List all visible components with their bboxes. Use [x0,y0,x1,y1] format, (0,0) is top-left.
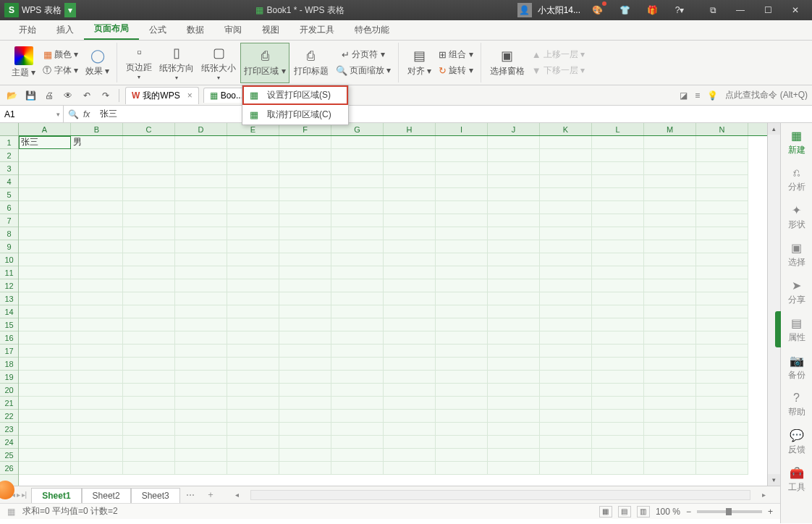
cell-N16[interactable] [696,331,748,345]
tab-review[interactable]: 审阅 [214,20,252,40]
cell-J17[interactable] [488,345,540,358]
cell-C13[interactable] [123,292,175,305]
side-prop[interactable]: ▤属性 [788,316,805,344]
cell-I3[interactable] [436,162,488,175]
cell-I16[interactable] [436,331,488,345]
side-backup[interactable]: 📷备份 [788,354,805,381]
cell-A24[interactable] [19,436,71,449]
cell-A25[interactable] [19,449,71,462]
cell-F6[interactable] [279,201,331,214]
sheet-tab-2[interactable]: Sheet2 [82,488,131,503]
sheet-tab-1[interactable]: Sheet1 [31,488,81,503]
cell-C1[interactable] [123,136,175,149]
cell-K10[interactable] [540,253,592,266]
cell-G5[interactable] [331,188,384,201]
cell-D17[interactable] [175,345,227,358]
cell-F24[interactable] [279,436,331,449]
cell-D23[interactable] [175,423,227,436]
cell-J14[interactable] [488,305,540,318]
margins-button[interactable]: ▫页边距▾ [123,43,155,83]
cell-H11[interactable] [384,266,436,279]
scroll-down-icon[interactable]: ▾ [768,474,780,486]
cell-L8[interactable] [592,227,644,240]
col-header-A[interactable]: A [19,123,71,135]
cell-J3[interactable] [488,162,540,175]
cell-G4[interactable] [331,175,384,188]
cell-H12[interactable] [384,279,436,292]
cell-G17[interactable] [331,345,384,358]
cell-M13[interactable] [644,292,696,305]
cell-A21[interactable] [19,397,71,410]
cell-E16[interactable] [227,331,279,345]
row-header-7[interactable]: 7 [0,214,18,227]
row-header-9[interactable]: 9 [0,240,18,253]
cell-L13[interactable] [592,292,644,305]
cell-B20[interactable] [71,384,123,397]
cell-E7[interactable] [227,214,279,227]
cell-N4[interactable] [696,175,748,188]
cell-E13[interactable] [227,292,279,305]
cell-E15[interactable] [227,318,279,331]
row-header-21[interactable]: 21 [0,397,18,410]
cell-I4[interactable] [436,175,488,188]
cell-E2[interactable] [227,149,279,162]
maximize-button[interactable]: ☐ [757,0,779,20]
cell-K21[interactable] [540,397,592,410]
cell-G16[interactable] [331,331,384,345]
sheet-tab-3[interactable]: Sheet3 [131,488,180,503]
cell-D5[interactable] [175,188,227,201]
cell-I24[interactable] [436,436,488,449]
cell-D11[interactable] [175,266,227,279]
cell-I23[interactable] [436,423,488,436]
col-header-B[interactable]: B [71,123,123,135]
cell-I5[interactable] [436,188,488,201]
open-icon[interactable]: 📂 [4,88,19,103]
add-sheet-button[interactable]: ＋ [200,489,221,501]
next-sheet-icon[interactable]: ▸ [17,491,20,499]
cell-N26[interactable] [696,462,748,475]
cell-E23[interactable] [227,423,279,436]
cell-L11[interactable] [592,266,644,279]
tab-start[interactable]: 开始 [9,20,46,40]
cell-L6[interactable] [592,201,644,214]
cell-K11[interactable] [540,266,592,279]
cell-H20[interactable] [384,384,436,397]
cell-J20[interactable] [488,384,540,397]
cell-F5[interactable] [279,188,331,201]
cell-A12[interactable] [19,279,71,292]
cell-I7[interactable] [436,214,488,227]
cell-N22[interactable] [696,410,748,423]
cell-C19[interactable] [123,371,175,384]
cell-E1[interactable] [227,136,279,149]
cell-J26[interactable] [488,462,540,475]
cell-K8[interactable] [540,227,592,240]
cell-G7[interactable] [331,214,384,227]
cell-M16[interactable] [644,331,696,345]
cell-C25[interactable] [123,449,175,462]
cell-M4[interactable] [644,175,696,188]
print-title-button[interactable]: ⎙打印标题 [291,43,331,83]
cell-J4[interactable] [488,175,540,188]
cell-B3[interactable] [71,162,123,175]
cell-H3[interactable] [384,162,436,175]
cell-D6[interactable] [175,201,227,214]
cell-B14[interactable] [71,305,123,318]
cell-H10[interactable] [384,253,436,266]
vertical-scrollbar[interactable]: ▴ ▾ [767,123,780,486]
cell-C20[interactable] [123,384,175,397]
cell-A18[interactable] [19,358,71,371]
cell-J13[interactable] [488,292,540,305]
cell-J15[interactable] [488,318,540,331]
cell-G20[interactable] [331,384,384,397]
cell-F7[interactable] [279,214,331,227]
cell-N25[interactable] [696,449,748,462]
cell-L18[interactable] [592,358,644,371]
cell-M21[interactable] [644,397,696,410]
cell-B15[interactable] [71,318,123,331]
tab-view[interactable]: 视图 [252,20,289,40]
cell-L12[interactable] [592,279,644,292]
cell-L5[interactable] [592,188,644,201]
cell-N6[interactable] [696,201,748,214]
row-header-18[interactable]: 18 [0,358,18,371]
cell-J5[interactable] [488,188,540,201]
